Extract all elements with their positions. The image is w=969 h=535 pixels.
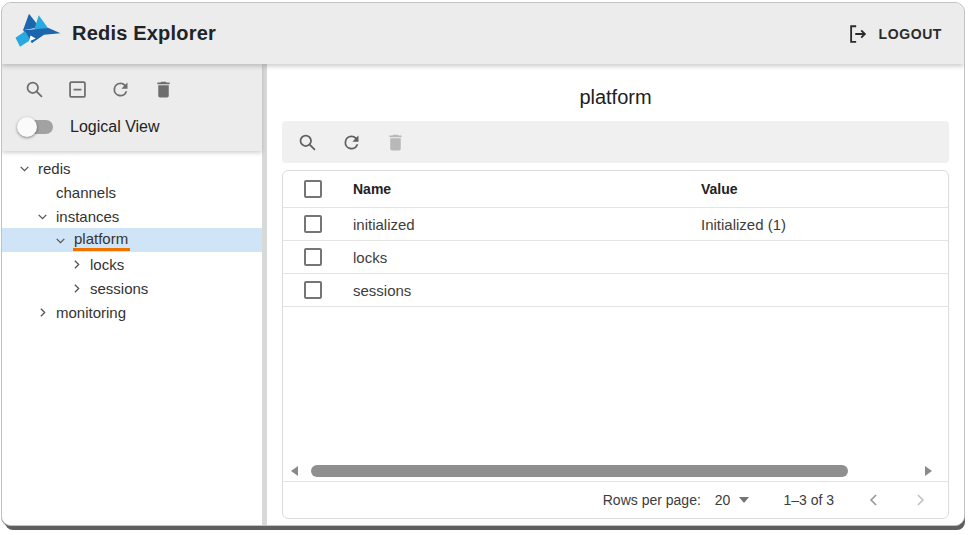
previous-page-button[interactable] xyxy=(864,490,884,510)
chevron-right-icon xyxy=(910,490,930,510)
row-checkbox[interactable] xyxy=(304,248,322,266)
tree-item-locks[interactable]: locks xyxy=(2,252,262,276)
cell-name: sessions xyxy=(353,282,701,299)
table-toolbar xyxy=(282,121,949,163)
row-checkbox[interactable] xyxy=(304,281,322,299)
table-search-button[interactable] xyxy=(295,130,319,154)
paginator: Rows per page: 20 1–3 of 3 xyxy=(283,481,948,518)
delete-icon xyxy=(153,79,174,100)
tree-search-button[interactable] xyxy=(22,77,46,101)
tree-item-channels[interactable]: channels xyxy=(2,180,262,204)
tree-item-label: sessions xyxy=(90,280,148,297)
refresh-icon xyxy=(341,132,362,153)
collapse-all-button[interactable] xyxy=(65,77,89,101)
select-all-checkbox[interactable] xyxy=(304,180,322,198)
collapse-all-icon xyxy=(67,79,88,100)
search-icon xyxy=(297,132,318,153)
cell-name: initialized xyxy=(353,216,701,233)
chevron-down-icon[interactable] xyxy=(34,208,50,224)
content-area: Logical View redis channels xyxy=(2,64,964,525)
scrollbar-track[interactable] xyxy=(304,465,919,477)
rows-per-page-value: 20 xyxy=(715,492,731,508)
logo-bird-icon xyxy=(14,12,62,56)
chevron-down-icon[interactable] xyxy=(16,160,32,176)
tree-item-label: locks xyxy=(90,256,124,273)
page-title: platform xyxy=(282,86,949,109)
logout-icon xyxy=(847,23,869,45)
tree-refresh-button[interactable] xyxy=(108,77,132,101)
tree-item-label: platform xyxy=(73,230,130,251)
scroll-left-arrow[interactable] xyxy=(291,466,298,476)
toggle-knob xyxy=(17,117,37,137)
tree-item-label: monitoring xyxy=(56,304,126,321)
tree-item-monitoring[interactable]: monitoring xyxy=(2,300,262,324)
row-checkbox[interactable] xyxy=(304,215,322,233)
tree-delete-button[interactable] xyxy=(151,77,175,101)
column-header-name: Name xyxy=(353,181,701,197)
logical-view-toggle[interactable] xyxy=(18,117,54,137)
chevron-down-icon[interactable] xyxy=(52,232,68,248)
chevron-left-icon xyxy=(864,490,884,510)
tree-item-label: instances xyxy=(56,208,119,225)
table-refresh-button[interactable] xyxy=(339,130,363,154)
delete-icon xyxy=(385,132,406,153)
scroll-right-arrow[interactable] xyxy=(925,466,932,476)
key-tree: redis channels instances xyxy=(2,151,262,324)
rows-per-page-select[interactable]: 20 xyxy=(715,492,750,508)
app-window: Redis Explorer LOGOUT xyxy=(1,2,965,526)
table-delete-button[interactable] xyxy=(383,130,407,154)
tree-item-instances[interactable]: instances xyxy=(2,204,262,228)
table-row[interactable]: sessions xyxy=(283,274,948,307)
next-page-button[interactable] xyxy=(910,490,930,510)
logical-view-label: Logical View xyxy=(70,118,160,136)
cell-name: locks xyxy=(353,249,701,266)
app-header: Redis Explorer LOGOUT xyxy=(2,3,964,64)
table-header-row: Name Value xyxy=(283,171,948,208)
chevron-right-icon[interactable] xyxy=(34,304,50,320)
app-title: Redis Explorer xyxy=(72,22,216,45)
table-empty-space xyxy=(283,307,948,460)
tree-item-redis[interactable]: redis xyxy=(2,156,262,180)
scrollbar-thumb[interactable] xyxy=(311,465,848,477)
page-range-label: 1–3 of 3 xyxy=(783,492,834,508)
main-panel: platform xyxy=(267,64,964,525)
chevron-right-icon[interactable] xyxy=(68,256,84,272)
tree-item-label: channels xyxy=(56,184,116,201)
tree-item-label: redis xyxy=(38,160,71,177)
logout-button[interactable]: LOGOUT xyxy=(847,23,942,45)
rows-per-page-label: Rows per page: xyxy=(603,492,701,508)
tree-item-platform[interactable]: platform xyxy=(2,228,262,252)
refresh-icon xyxy=(110,79,131,100)
chevron-right-icon[interactable] xyxy=(68,280,84,296)
table-row[interactable]: locks xyxy=(283,241,948,274)
logout-label: LOGOUT xyxy=(879,26,942,42)
sidebar-toolbar: Logical View xyxy=(2,64,262,151)
column-header-value: Value xyxy=(701,181,948,197)
search-icon xyxy=(24,79,45,100)
tree-item-sessions[interactable]: sessions xyxy=(2,276,262,300)
table-row[interactable]: initialized Initialized (1) xyxy=(283,208,948,241)
sidebar: Logical View redis channels xyxy=(2,64,267,525)
caret-down-icon xyxy=(739,497,749,503)
horizontal-scrollbar[interactable] xyxy=(283,460,948,481)
cell-value: Initialized (1) xyxy=(701,216,948,233)
keys-table: Name Value initialized Initialized (1) l… xyxy=(282,170,949,519)
